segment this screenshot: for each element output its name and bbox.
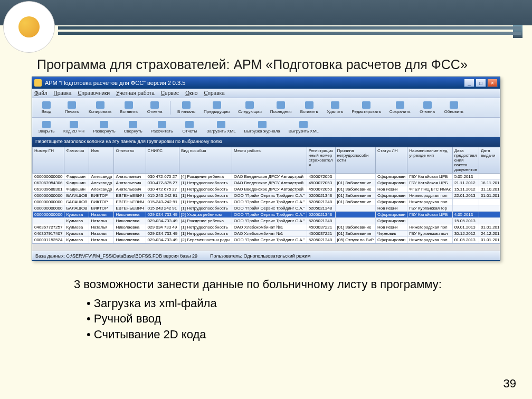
cell[interactable]: 09.01.2013 bbox=[452, 224, 479, 231]
table-row[interactable]: 046357917407КуимоваНатальяНиколаевна029-… bbox=[33, 231, 500, 237]
cell[interactable]: [1] Нетрудоспособность bbox=[179, 231, 232, 237]
cell[interactable] bbox=[335, 174, 375, 180]
cell[interactable]: Анатольевич bbox=[114, 180, 146, 186]
toolbar-button[interactable]: Удалить bbox=[323, 100, 347, 116]
table-row[interactable]: 000000000000ФадюшинАлександрАнатольевич0… bbox=[33, 174, 500, 180]
cell[interactable]: ГБУ Катайская ЦРБ bbox=[407, 212, 452, 218]
cell[interactable]: 000000000000 bbox=[33, 199, 64, 205]
cell[interactable]: 01.05.2013 bbox=[452, 237, 479, 243]
cell[interactable]: 015 243 242 91 bbox=[146, 205, 179, 212]
cell[interactable]: ООО "Прайм Сервис Трэйдинг С.А." bbox=[232, 193, 307, 199]
cell[interactable] bbox=[479, 218, 500, 224]
cell[interactable] bbox=[335, 205, 375, 212]
cell[interactable]: Куимова bbox=[64, 231, 89, 237]
cell[interactable]: 046357917407 bbox=[33, 231, 64, 237]
cell[interactable]: [01] Заболевание bbox=[335, 180, 375, 186]
cell[interactable]: Сформирован bbox=[376, 193, 407, 199]
cell[interactable]: [1] Нетрудоспособность bbox=[179, 199, 232, 205]
cell[interactable]: 16.11.2012 bbox=[479, 180, 500, 186]
table-row[interactable]: 000000000000КуимоваНатальяНиколаевна029-… bbox=[33, 212, 500, 218]
cell[interactable]: ЕВГЕНЬЕВИЧ bbox=[114, 205, 146, 212]
cell[interactable]: БАЛАШОВ bbox=[64, 193, 89, 199]
cell[interactable]: Фадюшин bbox=[64, 180, 89, 186]
cell[interactable]: ЕВГЕНЬЕВИЧ bbox=[114, 193, 146, 199]
cell[interactable]: ГБУ Катайская ЦРБ bbox=[407, 180, 452, 186]
cell[interactable]: Нов исени bbox=[376, 224, 407, 231]
cell[interactable]: [1] Нетрудоспособность bbox=[179, 224, 232, 231]
cell[interactable]: 4500072053 bbox=[307, 186, 335, 193]
cell[interactable]: ОАО Хлебокомбинат №1 bbox=[232, 231, 307, 237]
table-row[interactable]: КуимоваНатальяНиколаевна029-034-733 49[4… bbox=[33, 218, 500, 224]
cell[interactable] bbox=[452, 199, 479, 205]
cell[interactable]: ОАО Введенское ДРСУ Автодстрой bbox=[232, 174, 307, 180]
cell[interactable]: Фадюшин bbox=[64, 174, 89, 180]
cell[interactable]: 5205021348 bbox=[307, 218, 335, 224]
cell[interactable]: [01] Заболевание bbox=[335, 193, 375, 199]
table-row[interactable]: 000000000000БАЛАШОВВИКТОРЕВГЕНЬЕВИЧ015-2… bbox=[33, 193, 500, 199]
menu-item[interactable]: Файл bbox=[34, 90, 48, 96]
cell[interactable]: 029-034-733 49 bbox=[146, 218, 179, 224]
window-titlebar[interactable]: АРМ "Подготовка расчётов для ФСС" версия… bbox=[32, 77, 500, 89]
cell[interactable]: [2] Беременность и роды bbox=[179, 237, 232, 243]
cell[interactable]: Куимова bbox=[64, 237, 89, 243]
cell[interactable]: Нижегородская пол bbox=[407, 224, 452, 231]
cell[interactable]: 029-034-733 49 bbox=[146, 237, 179, 243]
toolbar-button[interactable]: В начало bbox=[174, 100, 199, 116]
cell[interactable] bbox=[479, 174, 500, 180]
table-row[interactable]: 000000000000БАЛАШОВВИКТОРЕВГЕНЬЕВИЧ015-2… bbox=[33, 199, 500, 205]
cell[interactable] bbox=[479, 212, 500, 218]
cell[interactable]: Николаевна bbox=[114, 212, 146, 218]
cell[interactable] bbox=[479, 205, 500, 212]
cell[interactable]: Наталья bbox=[89, 218, 114, 224]
cell[interactable]: Сформирован bbox=[376, 212, 407, 218]
cell[interactable] bbox=[452, 205, 479, 212]
cell[interactable]: ООО "Прайм Сервис Трэйдинг С.А." bbox=[232, 218, 307, 224]
cell[interactable]: 000000000000 bbox=[33, 193, 64, 199]
cell[interactable]: [4] Рождение ребенка bbox=[179, 218, 232, 224]
cell[interactable]: 01.01.2013 bbox=[479, 193, 500, 199]
cell[interactable] bbox=[407, 218, 452, 224]
maximize-button[interactable]: □ bbox=[476, 79, 486, 87]
toolbar-button[interactable]: Редактировать bbox=[348, 100, 385, 116]
toolbar-button[interactable]: Код 2D ФН bbox=[60, 119, 88, 135]
cell[interactable]: Нов исени bbox=[376, 186, 407, 193]
cell[interactable]: 5205021348 bbox=[307, 237, 335, 243]
cell[interactable]: 4.05.2013 bbox=[452, 212, 479, 218]
column-header[interactable]: Дата предоставл ения пакета документов bbox=[452, 147, 479, 174]
cell[interactable]: Александр bbox=[89, 186, 114, 193]
toolbar-button[interactable]: Ввод bbox=[34, 100, 59, 116]
cell[interactable]: 30.12.2012 bbox=[452, 231, 479, 237]
cell[interactable]: 4500037221 bbox=[307, 224, 335, 231]
cell[interactable]: 029-034-733 49 bbox=[146, 231, 179, 237]
cell[interactable]: 5205021348 bbox=[307, 205, 335, 212]
cell[interactable]: [05] Отпуск по БиР bbox=[335, 237, 375, 243]
cell[interactable]: 046367727257 bbox=[33, 224, 64, 231]
column-header[interactable]: Фамилия bbox=[64, 147, 89, 174]
cell[interactable]: Анатольевич bbox=[114, 174, 146, 180]
toolbar-button[interactable]: Рассчитать bbox=[147, 119, 177, 135]
table-row[interactable]: 000001152524КуимоваНатальяНиколаевна029-… bbox=[33, 237, 500, 243]
cell[interactable]: 029 034 733 49 bbox=[146, 224, 179, 231]
cell[interactable]: Черновик bbox=[376, 231, 407, 237]
cell[interactable]: Сформирован bbox=[376, 180, 407, 186]
cell[interactable]: 000001152524 bbox=[33, 237, 64, 243]
cell[interactable]: ФГБУ ГНЦ ВГС ИмАк bbox=[407, 186, 452, 193]
toolbar-button[interactable]: Сохранить bbox=[386, 100, 414, 116]
toolbar-button[interactable]: Вставить bbox=[116, 100, 141, 116]
cell[interactable]: 015-243-242 91 bbox=[146, 193, 179, 199]
cell[interactable]: 000000000000 bbox=[33, 174, 64, 180]
menu-item[interactable]: Правка bbox=[54, 90, 72, 96]
table-row[interactable]: 063063954306ФадюшинАлександрАнатольевич0… bbox=[33, 180, 500, 186]
column-header[interactable]: Наименование мед. учрежде ния bbox=[407, 147, 452, 174]
cell[interactable]: [01] Заболевание bbox=[335, 186, 375, 193]
cell[interactable]: Наталья bbox=[89, 224, 114, 231]
cell[interactable]: 063039688301 bbox=[33, 186, 64, 193]
cell[interactable]: ВИКТОР bbox=[89, 193, 114, 199]
column-header[interactable]: Дата выдачи bbox=[479, 147, 500, 174]
menu-item[interactable]: Окно bbox=[185, 90, 197, 96]
cell[interactable] bbox=[479, 199, 500, 205]
cell[interactable]: Нижегородская пол bbox=[407, 193, 452, 199]
cell[interactable]: [1] Нетрудоспособность bbox=[179, 193, 232, 199]
cell[interactable]: 5205021348 bbox=[307, 212, 335, 218]
cell[interactable]: [5] Уход за ребенком bbox=[179, 212, 232, 218]
